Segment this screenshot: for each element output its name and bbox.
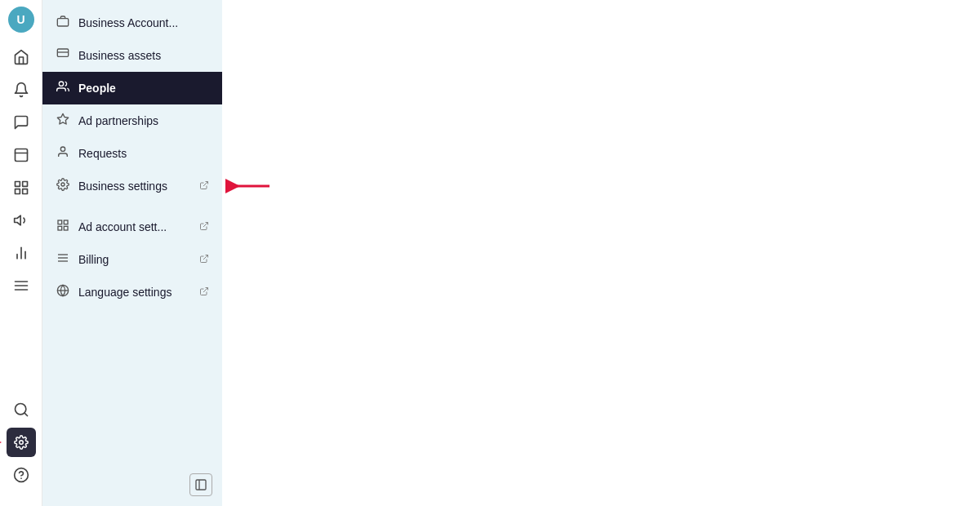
menu-nav-icon[interactable]	[7, 271, 36, 300]
language-settings-icon	[56, 284, 70, 300]
billing-label: Billing	[78, 253, 191, 266]
menu-divider	[42, 202, 222, 211]
svg-rect-5	[15, 189, 20, 194]
menu-panel: Business Account... Business assets Peop…	[42, 0, 222, 506]
svg-marker-24	[57, 113, 68, 124]
business-account-label: Business Account...	[78, 16, 209, 29]
svg-rect-20	[57, 19, 68, 26]
settings-red-arrow	[0, 431, 2, 454]
svg-point-23	[59, 82, 63, 86]
collapse-button[interactable]	[189, 473, 212, 496]
billing-icon	[56, 251, 70, 268]
sidebar-bottom	[7, 395, 36, 499]
language-settings-external-icon	[199, 286, 209, 299]
menu-item-business-settings[interactable]: Business settings	[42, 170, 222, 202]
settings-nav-button[interactable]	[7, 428, 36, 457]
bell-nav-icon[interactable]	[7, 75, 36, 104]
svg-line-34	[203, 222, 208, 227]
svg-line-14	[24, 413, 27, 416]
menu-item-requests[interactable]: Requests	[42, 137, 222, 170]
svg-rect-31	[64, 220, 68, 224]
people-label: People	[78, 82, 209, 95]
icon-sidebar: U	[0, 0, 42, 506]
menu-item-business-assets[interactable]: Business assets	[42, 39, 222, 72]
grid-nav-icon[interactable]	[7, 173, 36, 202]
svg-point-15	[19, 441, 23, 445]
svg-rect-32	[64, 226, 68, 230]
menu-item-ad-account-settings[interactable]: Ad account sett...	[42, 211, 222, 243]
requests-label: Requests	[78, 147, 209, 160]
chart-nav-icon[interactable]	[7, 238, 36, 268]
svg-rect-2	[15, 182, 20, 187]
ad-partnerships-label: Ad partnerships	[78, 114, 209, 127]
svg-point-26	[61, 183, 65, 186]
svg-marker-6	[14, 215, 20, 225]
svg-rect-0	[15, 149, 27, 162]
svg-line-27	[203, 181, 208, 186]
help-nav-icon[interactable]	[7, 460, 36, 490]
chat-nav-icon[interactable]	[7, 108, 36, 137]
svg-rect-4	[22, 189, 27, 194]
avatar[interactable]: U	[8, 7, 34, 33]
svg-point-25	[60, 147, 65, 151]
search-nav-icon[interactable]	[7, 395, 36, 424]
requests-icon	[56, 145, 70, 162]
business-settings-icon	[56, 178, 70, 194]
business-settings-label: Business settings	[78, 180, 191, 193]
svg-rect-21	[57, 49, 68, 56]
business-account-icon	[56, 15, 70, 31]
people-icon	[56, 80, 70, 96]
svg-line-41	[203, 287, 208, 292]
svg-rect-30	[58, 220, 62, 224]
bookmark-nav-icon[interactable]	[7, 140, 36, 170]
menu-item-language-settings[interactable]: Language settings	[42, 276, 222, 308]
home-nav-icon[interactable]	[7, 42, 36, 72]
business-assets-icon	[56, 47, 70, 64]
menu-item-ad-partnerships[interactable]: Ad partnerships	[42, 104, 222, 137]
ad-partnerships-icon	[56, 113, 70, 129]
ad-account-external-icon	[199, 221, 209, 233]
svg-rect-3	[22, 182, 27, 187]
menu-item-billing[interactable]: Billing	[42, 243, 222, 276]
menu-item-business-account[interactable]: Business Account...	[42, 7, 222, 39]
business-assets-label: Business assets	[78, 49, 209, 62]
svg-line-38	[203, 255, 208, 260]
svg-rect-42	[196, 480, 206, 490]
ad-account-settings-icon	[56, 219, 70, 235]
language-settings-label: Language settings	[78, 286, 191, 299]
megaphone-nav-icon[interactable]	[7, 206, 36, 235]
ad-account-settings-label: Ad account sett...	[78, 220, 191, 233]
svg-rect-33	[58, 226, 62, 230]
main-content	[222, 0, 980, 506]
settings-icon-wrapper	[7, 428, 36, 457]
billing-external-icon	[199, 254, 209, 266]
menu-item-people[interactable]: People	[42, 72, 222, 104]
business-settings-external-icon	[199, 180, 209, 193]
